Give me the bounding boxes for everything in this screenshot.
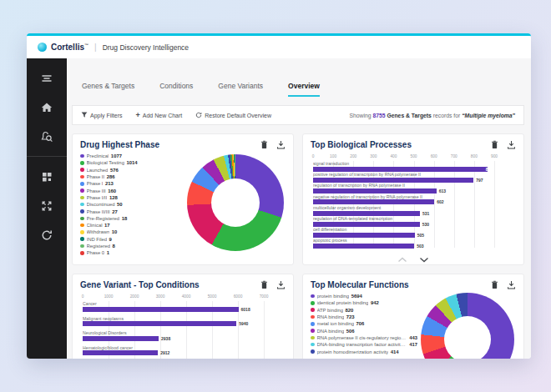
sync-icon[interactable] — [40, 229, 53, 242]
filter-toolbar: Apply Filters + Add New Chart Restore De… — [72, 105, 524, 125]
bar-value: 868 — [486, 167, 493, 172]
menu-icon[interactable] — [40, 72, 53, 85]
bar-label: Hematologic/blood cancer — [83, 345, 264, 351]
bar[interactable] — [83, 336, 159, 341]
legend-color-dot — [80, 168, 84, 172]
bar-row: regulation of DNA-templated transcriptio… — [313, 216, 494, 227]
bar-row: regulation of transcription by RNA polym… — [313, 183, 494, 193]
donut-chart[interactable] — [421, 293, 514, 359]
bar[interactable] — [83, 307, 239, 312]
tab-conditions[interactable]: Conditions — [159, 82, 193, 97]
page-up-chevron-icon[interactable] — [397, 257, 407, 263]
legend-color-dot — [311, 349, 315, 354]
bar[interactable] — [313, 222, 420, 227]
panel-title: Gene Variant - Top Conditions — [80, 280, 200, 289]
bar-label: signal transduction — [313, 161, 494, 167]
donut-chart[interactable] — [187, 154, 284, 251]
bar-track: 530 — [313, 222, 494, 227]
legend-item[interactable]: protein binding5694 — [311, 293, 417, 299]
bar[interactable]: 868 — [313, 167, 488, 172]
legend-value: 9 — [109, 237, 112, 242]
download-chart-icon[interactable] — [507, 140, 516, 149]
delete-chart-icon[interactable] — [490, 140, 499, 149]
legend-item[interactable]: Phase I213 — [80, 180, 184, 187]
legend-item[interactable]: Registered8 — [80, 243, 184, 249]
download-chart-icon[interactable] — [276, 140, 286, 149]
delete-chart-icon[interactable] — [260, 280, 269, 289]
search-alerts-icon[interactable] — [40, 130, 53, 143]
legend-value: 706 — [356, 321, 365, 326]
bar[interactable] — [313, 233, 415, 238]
legend-item[interactable]: Phase II/III27 — [80, 208, 184, 214]
expand-icon[interactable] — [40, 199, 53, 213]
legend-item[interactable]: Withdrawn10 — [80, 229, 184, 235]
add-new-chart-button[interactable]: + Add New Chart — [136, 113, 183, 118]
bar[interactable] — [313, 244, 414, 249]
legend-value: 414 — [391, 349, 399, 354]
legend-color-dot — [80, 244, 84, 249]
legend-color-dot — [80, 224, 84, 228]
panel-top-biological-processes: Top Biological Processes 010020030040050… — [302, 133, 524, 265]
axis-tick-label: 500 — [411, 154, 417, 158]
download-chart-icon[interactable] — [507, 280, 516, 289]
download-chart-icon[interactable] — [276, 280, 286, 289]
legend-item[interactable]: ATP binding820 — [311, 307, 417, 314]
legend-label: Phase I/II — [87, 195, 108, 200]
legend-label: protein binding — [317, 294, 350, 299]
axis-tick-label: 300 — [370, 154, 377, 158]
bar[interactable] — [313, 178, 473, 183]
delete-chart-icon[interactable] — [490, 280, 499, 289]
legend-value: 8 — [113, 244, 115, 249]
legend-item[interactable]: Phase 01 — [80, 249, 184, 256]
bar-plot: Cancer6018Malignant neoplasms5940Neurolo… — [83, 301, 264, 359]
legend-label: DNA binding — [317, 329, 345, 334]
legend-item[interactable]: Phase II286 — [80, 173, 184, 180]
panel-gene-variant-top-conditions: Gene Variant - Top Conditions 0100020003… — [72, 274, 294, 359]
legend-item[interactable]: Phase III160 — [80, 187, 184, 193]
legend-item[interactable]: protein homodimerization activity414 — [311, 348, 417, 354]
legend-item[interactable]: RNA binding723 — [311, 314, 417, 320]
legend-item[interactable]: Clinical17 — [80, 222, 184, 229]
legend-label: Pre-Registered — [87, 216, 120, 221]
bar[interactable] — [313, 199, 434, 204]
tab-overview[interactable]: Overview — [288, 82, 320, 97]
home-icon[interactable] — [40, 101, 53, 114]
bar-track: 503 — [313, 244, 494, 249]
legend-item[interactable]: metal ion binding706 — [311, 320, 417, 327]
bar-row: Cancer6018 — [83, 301, 264, 316]
apply-filters-button[interactable]: Apply Filters — [81, 112, 123, 118]
legend-label: Discontinued — [87, 202, 115, 207]
legend-item[interactable]: Pre-Registered18 — [80, 215, 184, 222]
bar-track: 2938 — [83, 336, 264, 341]
bar-value: 602 — [437, 199, 443, 204]
legend-item[interactable]: Preclinical1077 — [80, 153, 184, 159]
legend-label: DNA-binding transcription factor activit… — [317, 342, 407, 347]
page-down-chevron-icon[interactable] — [419, 257, 429, 263]
bar[interactable] — [313, 211, 420, 216]
funnel-icon — [81, 112, 88, 118]
legend-label: ATP binding — [317, 308, 344, 313]
legend-item[interactable]: DNA-binding transcription factor activit… — [311, 341, 417, 348]
legend-value: 506 — [346, 329, 355, 334]
legend-item[interactable]: Biological Testing1014 — [80, 159, 184, 166]
delete-chart-icon[interactable] — [260, 140, 269, 149]
legend-item[interactable]: Launched576 — [80, 167, 184, 173]
tab-gene-variants[interactable]: Gene Variants — [218, 82, 263, 97]
legend-item[interactable]: Phase I/II128 — [80, 194, 184, 201]
bar[interactable] — [83, 350, 158, 355]
bar[interactable] — [313, 188, 437, 193]
legend-label: metal ion binding — [317, 321, 355, 326]
axis-tick-label: 5000 — [208, 294, 217, 299]
legend-item[interactable]: RNA polymerase II cis-regulatory region … — [311, 334, 417, 341]
legend-color-dot — [80, 251, 84, 255]
legend-item[interactable]: DNA binding506 — [311, 327, 417, 334]
legend-item[interactable]: identical protein binding942 — [311, 299, 417, 306]
legend-item[interactable]: IND Filed9 — [80, 236, 184, 243]
legend-color-dot — [80, 161, 84, 165]
bar-track: 602 — [313, 199, 494, 204]
bar[interactable] — [83, 321, 236, 326]
restore-default-overview-button[interactable]: Restore Default Overview — [195, 112, 271, 118]
tab-genes-targets[interactable]: Genes & Targets — [82, 82, 134, 97]
legend-item[interactable]: Discontinued50 — [80, 201, 184, 208]
dashboard-widgets-icon[interactable] — [40, 170, 53, 183]
